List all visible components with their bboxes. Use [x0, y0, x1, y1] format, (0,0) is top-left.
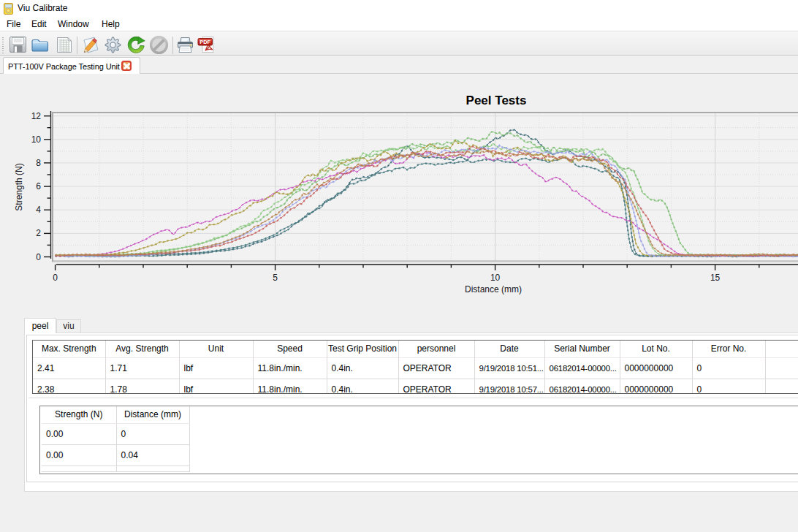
svg-text:4: 4	[36, 205, 41, 215]
svg-text:8: 8	[36, 158, 41, 168]
svg-text:Distance (mm): Distance (mm)	[465, 284, 522, 294]
svg-text:PDF: PDF	[200, 39, 210, 45]
svg-text:15: 15	[710, 273, 721, 283]
svg-text:5: 5	[273, 273, 278, 283]
svg-text:2: 2	[36, 228, 41, 238]
svg-text:10: 10	[490, 273, 501, 283]
svg-text:0: 0	[36, 252, 41, 262]
svg-text:10: 10	[31, 134, 42, 145]
svg-text:6: 6	[36, 181, 41, 191]
svg-text:12: 12	[31, 111, 42, 121]
svg-text:0: 0	[53, 273, 58, 283]
svg-text:Strength (N): Strength (N)	[14, 163, 24, 210]
